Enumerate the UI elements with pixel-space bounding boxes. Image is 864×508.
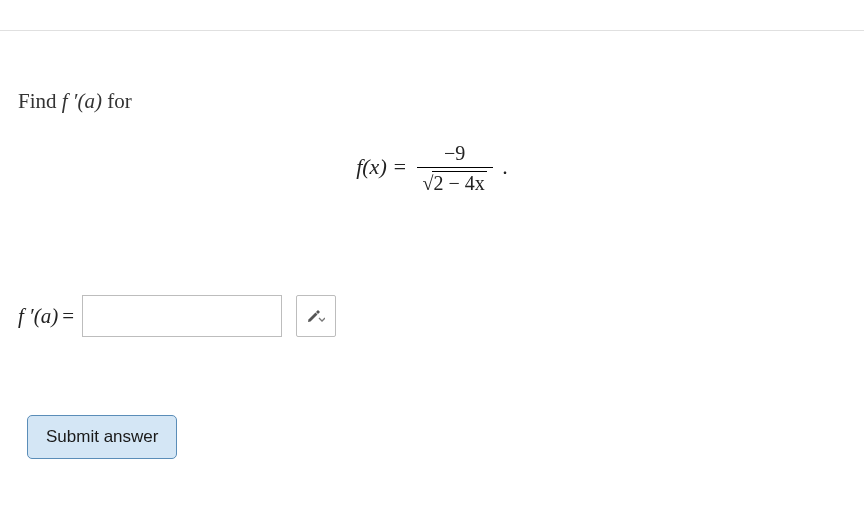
equation-trailing: .: [502, 154, 508, 179]
answer-row: f ′(a)=: [18, 295, 864, 337]
prompt-suffix: for: [102, 89, 132, 113]
equation-editor-button[interactable]: [296, 295, 336, 337]
equation-fraction: −9 √2 − 4x: [417, 142, 493, 195]
answer-label-math: f ′(a): [18, 304, 58, 328]
equation-denominator: √2 − 4x: [417, 168, 493, 195]
equation-numerator: −9: [417, 142, 493, 168]
prompt-prefix: Find: [18, 89, 62, 113]
top-divider: [0, 30, 864, 31]
problem-prompt: Find f ′(a) for: [18, 89, 864, 114]
answer-label: f ′(a)=: [18, 304, 74, 329]
answer-input[interactable]: [82, 295, 282, 337]
sqrt-wrapper: √2 − 4x: [423, 171, 487, 195]
submit-button[interactable]: Submit answer: [27, 415, 177, 459]
prompt-math: f ′(a): [62, 89, 102, 113]
answer-label-eq: =: [62, 304, 74, 328]
sqrt-content: 2 − 4x: [432, 171, 487, 195]
equation-lhs: f(x) =: [356, 154, 412, 179]
pencil-dropdown-icon: [307, 307, 325, 326]
equation-display: f(x) = −9 √2 − 4x .: [0, 142, 864, 195]
submit-row: Submit answer: [27, 415, 864, 459]
